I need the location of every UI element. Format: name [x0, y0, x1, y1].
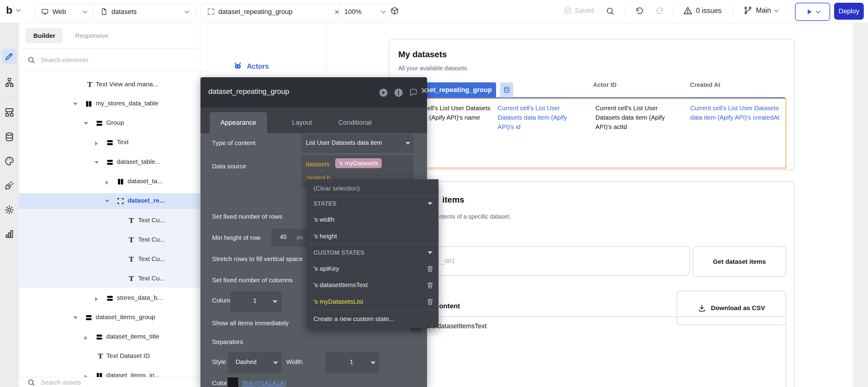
tree-panel-tabs: Builder Responsive: [19, 23, 200, 49]
menu-item-clear-selection[interactable]: (Clear selection): [307, 181, 438, 196]
clear-selection-label: (Clear selection): [313, 185, 360, 192]
tree-item[interactable]: Text: [19, 135, 200, 151]
preview-button[interactable]: [795, 3, 830, 21]
data-database-icon[interactable]: [4, 132, 14, 142]
element-tab[interactable]: dataset_repeating_group ×: [201, 3, 346, 20]
redo-icon[interactable]: [655, 7, 664, 15]
dropdown-caret-icon: [406, 142, 410, 145]
width-dropdown[interactable]: 1: [326, 352, 379, 374]
tree-item[interactable]: TText Datasets: [19, 71, 200, 77]
cell-createdat-expression[interactable]: Current cell's List User Datasets data i…: [690, 103, 781, 122]
tree-item-selected[interactable]: dataset_re...: [19, 193, 200, 209]
width-value: 1: [350, 358, 353, 365]
saved-check-icon: [564, 7, 572, 14]
nav-item-actors[interactable]: Actors: [233, 62, 269, 71]
undo-icon[interactable]: [635, 7, 644, 15]
expression-base[interactable]: datasets: [306, 161, 330, 168]
info-icon[interactable]: [394, 88, 403, 97]
search-elements-input[interactable]: [40, 56, 175, 64]
deploy-button[interactable]: Deploy: [834, 3, 864, 20]
warning-triangle-icon: [683, 6, 692, 15]
responsive-label: Responsive: [75, 32, 108, 39]
tree-item[interactable]: TText Cu...: [19, 252, 200, 267]
fixed-columns-label: Set fixed number of columns: [212, 277, 292, 284]
tree-item[interactable]: TText Cu...: [19, 232, 200, 248]
style-value: Dashed: [236, 358, 256, 365]
comment-icon[interactable]: [409, 88, 418, 97]
type-of-content-dropdown[interactable]: List User Datasets data item: [301, 134, 413, 153]
tab-appearance[interactable]: Appearance: [210, 112, 267, 133]
trash-icon[interactable]: [427, 265, 434, 272]
trash-icon[interactable]: [427, 298, 434, 305]
type-of-content-label: Type of content: [212, 139, 256, 147]
menu-section-states[interactable]: STATES: [307, 196, 438, 211]
dataset-items-card: items ntents of a specific dataset. Get …: [389, 181, 795, 387]
color-value-link[interactable]: Text (#1A1A1A): [242, 380, 286, 387]
branch-selector[interactable]: Main: [744, 6, 778, 15]
preview-play-icon[interactable]: [379, 88, 388, 97]
states-header-label: STATES: [313, 200, 337, 207]
get-dataset-items-button[interactable]: Get dataset items: [693, 246, 786, 277]
tree-item[interactable]: stores_data_b...: [19, 290, 200, 306]
issues-indicator[interactable]: 0 issues: [683, 6, 721, 15]
menu-item-apikey-state[interactable]: 's apiKey: [307, 260, 438, 277]
tree-item[interactable]: dataset_items_group: [19, 310, 200, 325]
logs-chart-icon[interactable]: [4, 229, 14, 239]
expression-state-highlighted[interactable]: 's myDatasets: [335, 158, 382, 168]
trash-icon[interactable]: [427, 281, 434, 289]
settings-gear-icon[interactable]: [4, 205, 14, 215]
width-label: Width: [286, 358, 303, 365]
saved-status: Saved: [564, 7, 594, 14]
plugins-plug-icon[interactable]: [4, 180, 14, 191]
tree-item[interactable]: TText Cu...: [19, 213, 200, 229]
menu-item-datasetitemstext-state[interactable]: 's datasetItemsText: [307, 277, 438, 293]
style-dropdown[interactable]: Dashed: [228, 352, 282, 374]
search-assets-input[interactable]: [40, 379, 175, 386]
panel-header[interactable]: dataset_repeating_group ×: [200, 77, 427, 107]
monitor-icon: [41, 8, 49, 15]
menu-item-width-state[interactable]: 's width: [307, 211, 438, 228]
component-cube-icon[interactable]: [390, 7, 399, 16]
card-title-fragment: items: [442, 195, 464, 205]
cell-actid-expression[interactable]: Current cell's List User Datasets data i…: [595, 103, 673, 131]
tree-item[interactable]: TText Dataset ID: [19, 349, 200, 364]
download-icon: [698, 304, 706, 312]
logo-letter: b: [6, 4, 12, 16]
data-source-chip[interactable]: [500, 83, 513, 97]
columns-dropdown[interactable]: 1: [230, 291, 282, 312]
tab-responsive[interactable]: Responsive: [67, 28, 116, 43]
panel-close-icon[interactable]: ×: [421, 85, 427, 95]
menu-item-height-state[interactable]: 's height: [307, 228, 438, 245]
page-dropdown[interactable]: datasets: [94, 8, 195, 16]
dataset-id-input[interactable]: [398, 246, 690, 276]
platform-dropdown[interactable]: Web: [34, 8, 93, 16]
tab-conditional[interactable]: Conditional: [325, 112, 385, 133]
tab-layout[interactable]: Layout: [276, 112, 328, 133]
zoom-dropdown[interactable]: 100%: [339, 3, 391, 20]
tree-item[interactable]: dataset_items_in...: [19, 368, 200, 377]
tree-item[interactable]: dataset_ta...: [19, 174, 200, 190]
styles-palette-icon[interactable]: [4, 156, 14, 166]
design-pencil-icon[interactable]: [4, 51, 14, 62]
section-caret-icon: [428, 202, 433, 205]
color-swatch[interactable]: [227, 377, 239, 387]
tree-item[interactable]: TText Cu...: [19, 271, 200, 287]
tree-item[interactable]: dataset_table...: [19, 155, 200, 170]
menu-item-create-custom-state[interactable]: Create a new custom state...: [307, 310, 438, 328]
tree-item[interactable]: Group: [19, 116, 200, 131]
workflow-sitemap-icon[interactable]: [4, 77, 14, 88]
menu-section-custom-states[interactable]: CUSTOM STATES: [307, 245, 438, 260]
tree-item[interactable]: dataset_items_title: [19, 329, 200, 345]
repeating-group-outline[interactable]: Current cell's List User Datasets data i…: [398, 98, 786, 168]
components-icon[interactable]: [4, 107, 14, 118]
columns-value: 1: [253, 297, 256, 304]
menu-item-mydatasetslist-state[interactable]: 's myDatasetsList: [307, 293, 438, 310]
tree-item[interactable]: TText View and mana...: [19, 77, 200, 93]
tree-item[interactable]: my_stores_data_table: [19, 96, 200, 112]
layout-label: Layout: [292, 119, 312, 127]
bubble-logo[interactable]: b: [6, 4, 20, 16]
search-icon[interactable]: [606, 7, 615, 15]
tab-builder[interactable]: Builder: [26, 28, 63, 43]
cell-id-expression[interactable]: Current cell's List User Datasets data i…: [498, 103, 581, 131]
canvas-outside-strip: [853, 23, 868, 387]
